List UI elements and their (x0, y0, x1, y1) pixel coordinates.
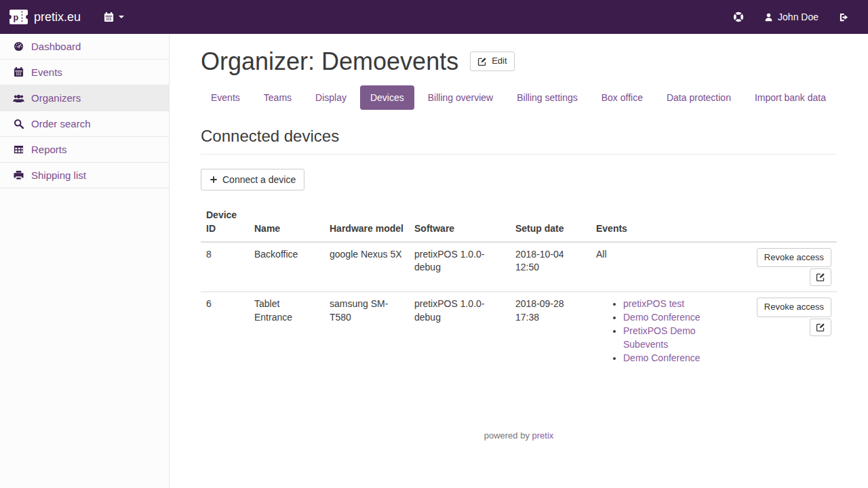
tab-teams[interactable]: Teams (254, 85, 302, 110)
help-button[interactable] (733, 12, 744, 22)
sidebar-item-events[interactable]: Events (0, 60, 169, 85)
sidebar-item-shipping-list[interactable]: Shipping list (0, 163, 169, 188)
edit-icon (816, 272, 825, 282)
tab-box-office[interactable]: Box office (591, 85, 653, 110)
logout-button[interactable] (839, 12, 849, 22)
connect-device-button[interactable]: Connect a device (201, 169, 304, 190)
pretix-footer-link[interactable]: pretix (532, 430, 554, 441)
list-item: pretixPOS test (623, 298, 741, 311)
app-window: p pretix.eu (0, 0, 868, 488)
sidebar-item-reports[interactable]: Reports (0, 137, 169, 163)
tab-events[interactable]: Events (201, 85, 250, 110)
edit-device-button[interactable] (810, 319, 831, 336)
sidebar-item-label: Events (31, 66, 62, 78)
dashboard-icon (12, 41, 24, 52)
edit-organizer-button[interactable]: Edit (470, 52, 514, 71)
user-name: John Doe (778, 12, 818, 22)
event-link[interactable]: PretixPOS Demo Subevents (623, 325, 696, 350)
devices-table: Device ID Name Hardware model Software S… (201, 203, 837, 371)
connect-device-label: Connect a device (222, 174, 296, 186)
life-ring-icon (733, 12, 744, 22)
revoke-access-button[interactable]: Revoke access (757, 298, 831, 317)
list-item: PretixPOS Demo Subevents (623, 325, 741, 352)
user-icon (764, 13, 773, 22)
column-header-setup-date: Setup date (510, 203, 591, 242)
tab-billing-settings[interactable]: Billing settings (507, 85, 588, 110)
organizer-tabs: Events Teams Display Devices Billing ove… (201, 85, 837, 110)
plus-icon (210, 176, 218, 184)
cell-software: pretixPOS 1.0.0-debug (409, 242, 510, 292)
list-item: Demo Conference (623, 311, 741, 325)
column-header-software: Software (409, 203, 510, 242)
powered-by-text: powered by (484, 430, 530, 441)
cell-actions: Revoke access (747, 242, 837, 292)
event-link[interactable]: Demo Conference (623, 352, 701, 363)
cell-events: pretixPOS test Demo Conference PretixPOS… (591, 292, 747, 371)
event-switcher-dropdown[interactable] (104, 12, 124, 22)
cell-setup-date: 2018-09-28 17:38 (510, 292, 591, 371)
table-icon (12, 144, 24, 155)
sidebar-item-label: Shipping list (31, 169, 86, 181)
footer: powered by pretix (201, 430, 837, 441)
sign-out-icon (839, 12, 849, 22)
cell-setup-date: 2018-10-04 12:50 (510, 242, 591, 292)
list-item: Demo Conference (623, 352, 741, 365)
user-menu[interactable]: John Doe (764, 12, 818, 22)
brand-link[interactable]: p pretix.eu (9, 9, 81, 24)
page-title: Organizer: Demoevents (201, 48, 458, 75)
chevron-down-icon (119, 16, 124, 18)
sidebar-item-dashboard[interactable]: Dashboard (0, 34, 169, 60)
table-header-row: Device ID Name Hardware model Software S… (201, 203, 837, 242)
cell-name: Tablet Entrance (249, 292, 324, 371)
cell-software: pretixPOS 1.0.0-debug (409, 292, 510, 371)
revoke-access-button[interactable]: Revoke access (757, 248, 831, 268)
section-heading: Connected devices (201, 127, 837, 155)
sidebar-item-label: Order search (31, 118, 91, 129)
table-row: 8 Backoffice google Nexus 5X pretixPOS 1… (201, 242, 837, 292)
cell-actions: Revoke access (747, 292, 837, 371)
column-header-actions (747, 203, 837, 242)
calendar-icon (104, 12, 114, 22)
users-icon (12, 94, 24, 103)
event-list: pretixPOS test Demo Conference PretixPOS… (596, 298, 741, 365)
tab-display[interactable]: Display (305, 85, 357, 110)
cell-name: Backoffice (249, 242, 324, 292)
column-header-name: Name (249, 203, 324, 242)
brand-label: pretix.eu (34, 10, 81, 24)
sidebar-item-organizers[interactable]: Organizers (0, 85, 169, 111)
event-link[interactable]: Demo Conference (623, 312, 701, 323)
sidebar-item-label: Dashboard (31, 41, 81, 52)
tab-devices[interactable]: Devices (360, 85, 414, 110)
printer-icon (12, 170, 24, 180)
cell-hardware-model: samsung SM-T580 (324, 292, 409, 371)
column-header-device-id: Device ID (201, 203, 249, 242)
tab-billing-overview[interactable]: Billing overview (418, 85, 503, 110)
calendar-icon (12, 67, 24, 77)
pretix-logo-icon: p (9, 9, 28, 24)
table-row: 6 Tablet Entrance samsung SM-T580 pretix… (201, 292, 837, 371)
tab-data-protection[interactable]: Data protection (656, 85, 741, 110)
cell-device-id: 8 (201, 242, 249, 292)
sidebar: Dashboard Events (0, 34, 170, 488)
top-navbar: p pretix.eu (0, 0, 868, 34)
event-link[interactable]: pretixPOS test (623, 298, 684, 309)
svg-text:p: p (13, 13, 18, 22)
sidebar-item-label: Organizers (31, 92, 81, 104)
column-header-hardware-model: Hardware model (324, 203, 409, 242)
tab-import-bank-data[interactable]: Import bank data (745, 85, 836, 110)
cell-events: All (591, 242, 747, 292)
cell-device-id: 6 (201, 292, 249, 371)
edit-button-label: Edit (492, 56, 507, 67)
edit-device-button[interactable] (810, 268, 831, 286)
edit-icon (816, 323, 825, 332)
search-icon (12, 119, 24, 129)
sidebar-item-order-search[interactable]: Order search (0, 111, 169, 137)
sidebar-item-label: Reports (31, 144, 67, 155)
main-content: Organizer: Demoevents Edit Events Teams … (170, 34, 868, 488)
cell-hardware-model: google Nexus 5X (324, 242, 409, 292)
edit-icon (477, 57, 487, 66)
column-header-events: Events (591, 203, 747, 242)
